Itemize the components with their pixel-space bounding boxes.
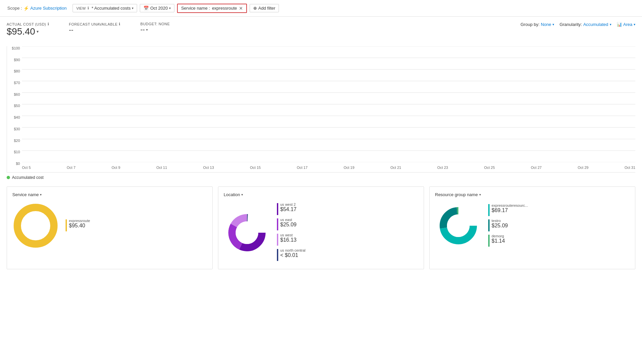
close-icon[interactable]: ✕ [239,6,243,11]
location-card-header[interactable]: Location ▾ [224,192,418,197]
x-axis: Oct 5 Oct 7 Oct 9 Oct 11 Oct 13 Oct 15 O… [22,164,635,172]
x-label-oct7: Oct 7 [67,166,76,172]
scope-selector[interactable]: Scope : ⚡ Azure Subscription [4,4,70,12]
legend-color-bar [277,249,278,261]
y-label-70: $70 [14,81,20,85]
list-item: us west 2 $54.17 [277,202,418,215]
legend-name: us west [280,233,297,237]
view-selector[interactable]: VIEW ℹ * Accumulated costs ▾ [73,4,137,12]
forecast-cost-item: FORECAST UNAVAILABLE ℹ -- [69,22,120,34]
x-label-oct9: Oct 9 [111,166,120,172]
chart-type-control[interactable]: 📊 Area ▾ [617,22,635,27]
chart-type-icon: 📊 [617,22,622,27]
legend-name: demorg [492,234,505,238]
location-content: us west 2 $54.17 us east $25.09 [224,202,418,264]
budget-cost-item: BUDGET: NONE -- ▾ [140,22,170,34]
resource-group-title: Resource group name [435,192,478,197]
actual-cost-chevron-icon[interactable]: ▾ [37,29,39,34]
chart-svg [22,46,635,162]
forecast-info-icon[interactable]: ℹ [119,22,120,26]
legend-amount: $25.09 [492,223,508,229]
list-item: us west $16.13 [277,233,418,246]
forecast-label: FORECAST UNAVAILABLE ℹ [69,22,120,26]
service-name-legend: expressroute $95.40 [66,219,207,234]
view-value: * Accumulated costs [92,6,130,11]
x-label-oct15: Oct 15 [250,166,261,172]
date-selector[interactable]: 📅 Oct 2020 ▾ [140,4,174,12]
y-label-90: $90 [14,58,20,62]
resource-group-card-header[interactable]: Resource group name ▾ [435,192,630,197]
legend-name: us north central [280,248,306,252]
x-label-oct23: Oct 23 [437,166,448,172]
group-by-control[interactable]: Group by: None ▾ [521,22,554,27]
list-item: us east $25.09 [277,218,418,230]
list-item: us north central < $0.01 [277,248,418,261]
y-label-50: $50 [14,104,20,108]
location-legend: us west 2 $54.17 us east $25.09 [277,202,418,264]
service-name-card-header[interactable]: Service name ▾ [12,192,207,197]
view-chevron-icon: ▾ [132,6,133,10]
service-name-chevron-icon: ▾ [40,193,42,196]
lightning-icon: ⚡ [23,6,29,11]
group-by-value: None [541,22,551,27]
filter-chip[interactable]: Service name : expressroute ✕ [177,4,247,13]
add-filter-label: Add filter [258,6,275,11]
x-label-oct11: Oct 11 [156,166,167,172]
legend-dot [7,176,10,179]
service-name-title: Service name [12,192,39,197]
x-label-oct17: Oct 17 [297,166,308,172]
y-label-100: $100 [12,46,20,50]
actual-cost-item: ACTUAL COST (USD) ℹ $95.40 ▾ [7,22,49,37]
main-content: ACTUAL COST (USD) ℹ $95.40 ▾ FORECAST UN… [0,17,642,364]
chart-legend: Accumulated cost [7,175,635,180]
y-label-40: $40 [14,115,20,119]
svg-point-17 [236,221,258,244]
scope-value: Azure Subscription [30,6,67,11]
list-item: expressrouteresourc... $69.17 [488,203,630,216]
service-name-donut [12,202,59,250]
budget-label: BUDGET: NONE [140,22,170,26]
granularity-value: Accumulated [583,22,608,27]
actual-cost-label: ACTUAL COST (USD) ℹ [7,22,49,26]
budget-value: -- [140,26,145,34]
date-value: Oct 2020 [150,6,168,11]
legend-amount: $69.17 [492,207,528,213]
granularity-control[interactable]: Granularity: Accumulated ▾ [559,22,611,27]
y-label-30: $30 [14,127,20,131]
x-label-oct21: Oct 21 [390,166,401,172]
actual-cost-info-icon[interactable]: ℹ [48,22,49,26]
resource-group-content: expressrouteresourc... $69.17 testro $25… [435,202,630,250]
service-name-content: expressroute $95.40 [12,202,207,250]
location-chevron-icon: ▾ [241,193,243,196]
legend-amount: $1.14 [492,238,505,244]
legend-name: expressroute [69,219,90,223]
legend-amount: $95.40 [69,223,90,229]
add-filter-button[interactable]: ⊕ Add filter [250,4,279,12]
legend-color-bar [488,204,490,216]
date-chevron-icon: ▾ [169,6,171,10]
info-icon: ℹ [88,6,89,10]
y-label-20: $20 [14,139,20,143]
legend-color-bar [277,234,278,246]
resource-group-card: Resource group name ▾ [429,186,635,269]
list-item: testro $25.09 [488,219,630,231]
resource-group-chevron-icon: ▾ [479,193,481,196]
chart-controls: Group by: None ▾ Granularity: Accumulate… [521,22,635,27]
chart-type-value: Area [623,22,632,27]
y-label-80: $80 [14,69,20,73]
svg-point-21 [447,214,470,237]
y-label-10: $10 [14,150,20,154]
filter-label: Service name : [181,6,210,11]
service-name-card: Service name ▾ expressroute $ [7,186,213,269]
legend-color-bar [66,219,67,231]
y-label-60: $60 [14,92,20,96]
resource-group-donut [435,202,482,250]
y-label-0: $0 [16,162,20,166]
cost-summary: ACTUAL COST (USD) ℹ $95.40 ▾ FORECAST UN… [7,22,170,37]
budget-chevron-icon[interactable]: ▾ [146,28,148,32]
legend-amount: $16.13 [280,237,297,243]
forecast-value: -- [69,26,120,34]
actual-cost-value: $95.40 ▾ [7,26,49,37]
legend-label: Accumulated cost [12,175,44,180]
x-label-oct13: Oct 13 [203,166,214,172]
